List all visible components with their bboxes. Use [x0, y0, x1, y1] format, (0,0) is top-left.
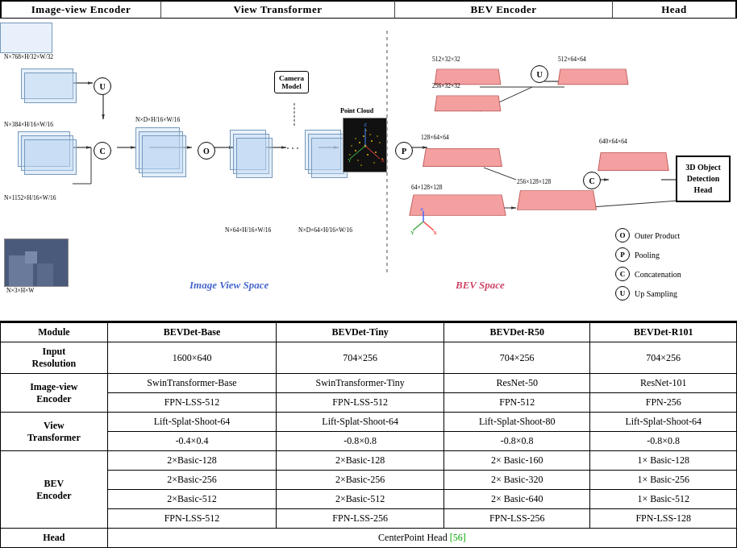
legend-outer-product: O Outer Product: [615, 228, 681, 243]
cell-vt-r101-2: -0.8×0.8: [590, 432, 737, 451]
svg-text:Y: Y: [348, 157, 352, 164]
cell-bev-r101-2: 1× Basic-256: [590, 471, 737, 490]
cell-bev-label: BEVEncoder: [1, 451, 108, 529]
diagram-content: N×768×H/32×W/32 U N×384×H/16×W/16 C N×11…: [0, 23, 737, 322]
cell-encoder-r50-2: FPN-512: [444, 393, 590, 413]
bev-block-256: [435, 95, 502, 111]
cell-bev-r50-1: 2× Basic-160: [444, 451, 590, 471]
label-256-32-32: 256×32×32: [432, 82, 460, 89]
table-row-head: Head CenterPoint Head [56]: [1, 529, 737, 548]
col-tiny: BEVDet-Tiny: [277, 323, 444, 342]
fm-vt-1c: [142, 135, 186, 177]
circle-O-vt: O: [198, 142, 215, 160]
cell-vt-tiny-2: -0.8×0.8: [277, 432, 444, 451]
svg-point-35: [367, 154, 368, 156]
circle-U-encoder: U: [94, 77, 111, 95]
table-row-vt-1: ViewTransformer Lift-Splat-Shoot-64 Lift…: [1, 413, 737, 432]
cell-bev-tiny-1: 2×Basic-128: [277, 451, 444, 471]
svg-point-37: [373, 162, 375, 164]
cell-head-value: CenterPoint Head [56]: [107, 529, 736, 548]
diagram-section: Image-view Encoder View Transformer BEV …: [0, 0, 737, 322]
fm-vt-2c: [236, 138, 273, 178]
legend-area: O Outer Product P Pooling C Concatenatio…: [615, 228, 681, 305]
svg-point-36: [357, 160, 359, 161]
svg-point-34: [363, 135, 364, 137]
header-bev-encoder: BEV Encoder: [395, 0, 613, 19]
circle-U-bev: U: [531, 65, 548, 83]
col-r101: BEVDet-R101: [590, 323, 737, 342]
detection-head-box: 3D ObjectDetectionHead: [676, 156, 731, 202]
circle-C-bev: C: [583, 172, 601, 189]
label-nd-top: N×D×H/16×W/16: [135, 116, 180, 123]
cell-bev-r101-4: FPN-LSS-128: [590, 509, 737, 529]
svg-point-44: [377, 135, 378, 137]
camera-model-box: CameraModel: [274, 71, 309, 93]
svg-point-38: [351, 145, 352, 147]
label-64-128-128: 64×128×128: [411, 184, 442, 191]
cell-bev-tiny-4: FPN-LSS-256: [277, 509, 444, 529]
bev-block-512-right: [557, 68, 628, 85]
label-256-128-128: 256×128×128: [517, 178, 551, 185]
cell-bev-r101-3: 1× Basic-512: [590, 490, 737, 509]
label-n768: N×768×H/32×W/32: [4, 53, 53, 60]
svg-point-39: [379, 142, 381, 143]
cell-encoder-r101-1: ResNet-101: [590, 374, 737, 393]
coord-axes: Z X Y: [410, 208, 438, 239]
svg-text:Y: Y: [410, 230, 414, 236]
header-head: Head: [613, 0, 737, 19]
table-row-input-res: InputResolution 1600×640 704×256 704×256…: [1, 342, 737, 374]
circle-P-vt: P: [395, 142, 413, 160]
table-row-bev-3: 2×Basic-512 2×Basic-512 2× Basic-640 1× …: [1, 490, 737, 509]
label-128-64-64: 128×64×64: [421, 134, 449, 141]
svg-text:Z: Z: [420, 208, 424, 212]
table-row-encoder-1: Image-viewEncoder SwinTransformer-Base S…: [1, 374, 737, 393]
table-row-vt-2: -0.4×0.4 -0.8×0.8 -0.8×0.8 -0.8×0.8: [1, 432, 737, 451]
label-bev-space: BEV Space: [456, 279, 505, 292]
legend-circle-P: P: [615, 247, 630, 262]
label-640-64-64: 640×64×64: [599, 138, 627, 145]
cell-encoder-base-1: SwinTransformer-Base: [107, 374, 277, 393]
col-module: Module: [1, 323, 108, 342]
cell-bev-r101-1: 1× Basic-128: [590, 451, 737, 471]
svg-point-31: [371, 140, 373, 142]
comparison-table: Module BEVDet-Base BEVDet-Tiny BEVDet-R5…: [0, 322, 737, 548]
svg-text:Z: Z: [364, 122, 367, 128]
cell-input-res-r101: 704×256: [590, 342, 737, 374]
cell-vt-r50-1: Lift-Splat-Shoot-80: [444, 413, 590, 432]
cell-encoder-r101-2: FPN-256: [590, 393, 737, 413]
label-n384: N×384×H/16×W/16: [4, 121, 53, 128]
svg-point-33: [375, 151, 377, 153]
cell-vt-r101-1: Lift-Splat-Shoot-64: [590, 413, 737, 432]
cell-input-res-r50: 704×256: [444, 342, 590, 374]
header-image-encoder: Image-view Encoder: [0, 0, 161, 19]
dots-connector: ···: [286, 142, 301, 156]
svg-text:X: X: [433, 230, 437, 236]
label-n1152: N×1152×H/16×W/16: [4, 194, 56, 201]
svg-rect-27: [25, 251, 37, 263]
input-image: [4, 239, 69, 287]
cell-input-res-base: 1600×640: [107, 342, 277, 374]
cell-bev-tiny-3: 2×Basic-512: [277, 490, 444, 509]
table-row-bev-1: BEVEncoder 2×Basic-128 2×Basic-128 2× Ba…: [1, 451, 737, 471]
bev-block-128: [423, 148, 502, 167]
cell-bev-r50-3: 2× Basic-640: [444, 490, 590, 509]
table-row-bev-4: FPN-LSS-512 FPN-LSS-256 FPN-LSS-256 FPN-…: [1, 509, 737, 529]
cell-bev-base-1: 2×Basic-128: [107, 451, 277, 471]
svg-text:X: X: [381, 157, 385, 164]
cell-bev-r50-2: 2× Basic-320: [444, 471, 590, 490]
cell-head-label: Head: [1, 529, 108, 548]
cell-vt-tiny-1: Lift-Splat-Shoot-64: [277, 413, 444, 432]
cell-bev-tiny-2: 2×Basic-256: [277, 471, 444, 490]
svg-point-30: [359, 142, 360, 143]
fm-top-1a: [0, 23, 52, 53]
head-reference: [56]: [450, 532, 466, 543]
circle-C-encoder: C: [94, 142, 111, 160]
svg-rect-26: [37, 263, 53, 287]
col-base: BEVDet-Base: [107, 323, 277, 342]
table-header-row: Module BEVDet-Base BEVDet-Tiny BEVDet-R5…: [1, 323, 737, 342]
legend-pooling: P Pooling: [615, 247, 681, 262]
label-nd-bot: N×D×64×H/16×W/16: [298, 226, 352, 234]
header-view-transformer: View Transformer: [161, 0, 395, 19]
table-row-encoder-2: FPN-LSS-512 FPN-LSS-512 FPN-512 FPN-256: [1, 393, 737, 413]
cell-vt-base-2: -0.4×0.4: [107, 432, 277, 451]
